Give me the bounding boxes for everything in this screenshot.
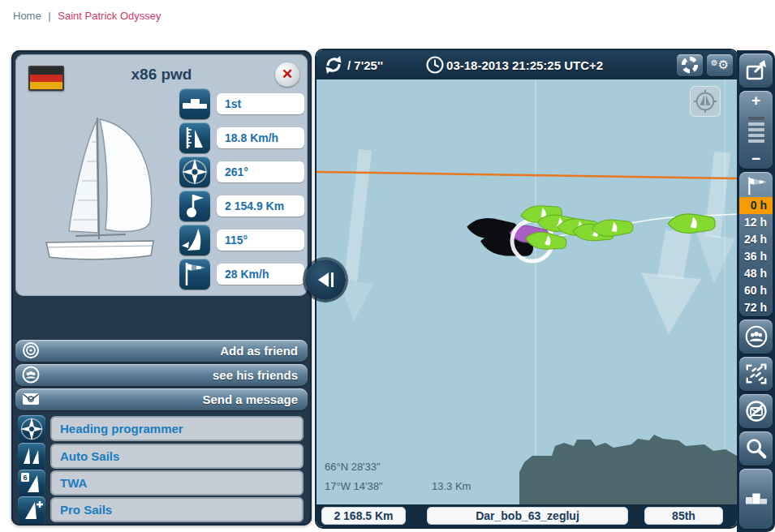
race-datetime: 03-18-2013 21:25:25 UTC+2	[446, 58, 603, 72]
stat-row-speed: 18.8 Km/h	[179, 122, 304, 153]
auto-sails-label: Auto Sails	[52, 445, 302, 467]
orange-route-line	[316, 172, 737, 178]
fullscreen-button[interactable]	[739, 54, 773, 88]
clock-icon	[425, 55, 445, 75]
breadcrumb-home-link[interactable]: Home	[13, 10, 41, 22]
refresh-icon	[323, 54, 344, 75]
stat-row-wind-speed: 28 Km/h	[179, 259, 304, 290]
svg-text:6: 6	[23, 474, 27, 482]
rank-podium-icon	[179, 88, 210, 119]
map-scale-readout: 13.3 Km	[432, 480, 471, 492]
tool-row-auto-sails: Auto Sails	[11, 443, 312, 470]
map-toolbar-sidebar: + − 0 h 12 h 24 h 36 h 48 h 60 h 72 h	[737, 50, 775, 532]
forecast-time-72h[interactable]: 72 h	[739, 299, 773, 316]
auto-sails-item[interactable]: Auto Sails	[50, 444, 304, 469]
stat-row-heading: 261°	[179, 157, 304, 187]
pro-sails-icon[interactable]	[18, 496, 45, 524]
search-icon	[744, 436, 769, 461]
show-friends-button[interactable]	[739, 320, 773, 354]
lifebuoy-icon	[680, 55, 700, 75]
add-friend-label: Add as friend	[220, 340, 298, 362]
stat-value-heading: 261°	[217, 161, 304, 182]
search-boat-button[interactable]	[739, 431, 773, 466]
zoom-control: + −	[739, 91, 773, 169]
breadcrumb: Home | Saint Patrick Odyssey	[13, 10, 161, 22]
forecast-time-0h[interactable]: 0 h	[739, 197, 773, 214]
collapse-panel-button[interactable]	[305, 260, 346, 300]
ranking-button[interactable]	[739, 469, 773, 529]
pro-sails-item[interactable]: Pro Sails	[50, 497, 304, 522]
stat-value-wind-angle: 115°	[217, 230, 304, 251]
expand-icon	[744, 58, 769, 83]
see-friends-icon	[21, 365, 41, 388]
race-map-canvas[interactable]	[316, 79, 737, 504]
chevron-left-bar	[331, 272, 334, 287]
distance-to-finish-icon	[179, 191, 210, 221]
stat-row-distance: 2 154.9 Km	[179, 191, 304, 221]
wind-forecast-control: 0 h 12 h 24 h 36 h 48 h 60 h 72 h	[739, 172, 773, 316]
rank-box: 85th	[644, 507, 723, 525]
close-icon[interactable]: ✕	[275, 62, 299, 87]
zoom-out-button[interactable]: −	[751, 152, 760, 165]
coastline-landmass	[519, 435, 737, 504]
tool-row-twa: 6 TWA	[11, 470, 312, 497]
boat-illustration	[25, 111, 173, 291]
twa-label: TWA	[52, 472, 302, 494]
twa-item[interactable]: TWA	[50, 470, 304, 496]
stat-row-rank: 1st	[179, 88, 304, 119]
windsock-icon	[739, 174, 773, 197]
distance-to-finish-box: 2 168.5 Km	[321, 507, 406, 525]
boat-card-title: x86 pwd	[15, 66, 308, 84]
forecast-time-36h[interactable]: 36 h	[739, 248, 773, 265]
auto-sails-icon[interactable]	[18, 443, 45, 470]
breadcrumb-race-name: Saint Patrick Odyssey	[58, 10, 161, 22]
chevron-left-icon	[318, 272, 329, 287]
heading-programmer-icon[interactable]	[18, 415, 45, 443]
boat-speed-icon	[179, 122, 210, 153]
zoom-in-button[interactable]: +	[751, 94, 760, 107]
refresh-countdown: / 7'25''	[347, 58, 383, 72]
forecast-time-12h[interactable]: 12 h	[739, 214, 773, 231]
forecast-time-60h[interactable]: 60 h	[739, 282, 773, 299]
forecast-time-48h[interactable]: 48 h	[739, 265, 773, 282]
stat-row-wind-angle: 115°	[179, 225, 304, 255]
heading-programmer-item[interactable]: Heading programmer	[50, 416, 304, 441]
green-opponent-boat-marker[interactable]	[668, 214, 715, 233]
boat-crosshair-icon	[692, 88, 718, 114]
add-friend-icon	[21, 341, 41, 363]
wind-speed-windsock-icon	[179, 259, 210, 290]
boat-name-box: Dar_bob_63_zegluj	[427, 507, 628, 525]
map-topbar: / 7'25'' 03-18-2013 21:25:25 UTC+2 ⚙⚙	[316, 50, 737, 79]
send-message-icon	[21, 389, 41, 412]
heading-compass-icon	[179, 157, 210, 187]
squalls-layer-button[interactable]	[739, 357, 773, 391]
latitude-readout: 66°N 28'33"	[325, 461, 381, 473]
friends-circle-icon	[743, 324, 769, 350]
help-button[interactable]	[677, 54, 703, 76]
settings-button[interactable]: ⚙⚙	[707, 54, 733, 76]
see-friends-button[interactable]: see his friends	[15, 364, 308, 386]
add-friend-button[interactable]: Add as friend	[15, 340, 308, 362]
stat-value-rank: 1st	[217, 93, 304, 114]
tool-row-heading-programmer: Heading programmer	[11, 415, 312, 443]
twa-icon[interactable]: 6	[18, 470, 45, 497]
pro-sails-label: Pro Sails	[52, 499, 302, 521]
center-on-boat-button[interactable]	[690, 86, 721, 117]
map-bottombar: 2 168.5 Km Dar_bob_63_zegluj 85th	[316, 504, 737, 527]
no-message-icon	[744, 399, 769, 423]
gear-icon: ⚙⚙	[711, 59, 729, 71]
wind-angle-icon	[179, 225, 210, 255]
stat-value-distance: 2 154.9 Km	[217, 195, 304, 217]
longitude-readout: 17°W 14'38"	[325, 480, 383, 492]
send-message-label: Send a message	[202, 388, 298, 410]
mute-messages-button[interactable]	[739, 394, 773, 428]
send-message-button[interactable]: Send a message	[15, 388, 308, 410]
breadcrumb-separator: |	[48, 10, 50, 22]
forecast-time-24h[interactable]: 24 h	[739, 231, 773, 248]
squalls-icon	[744, 362, 769, 386]
game-page: Home | Saint Patrick Odyssey x86 pwd ✕	[0, 0, 775, 532]
map-body: 66°N 28'33" 17°W 14'38" 13.3 Km	[316, 79, 737, 504]
heading-programmer-label: Heading programmer	[52, 418, 302, 440]
zoom-level-indicator	[748, 117, 764, 143]
ranking-podium-icon	[743, 487, 769, 510]
